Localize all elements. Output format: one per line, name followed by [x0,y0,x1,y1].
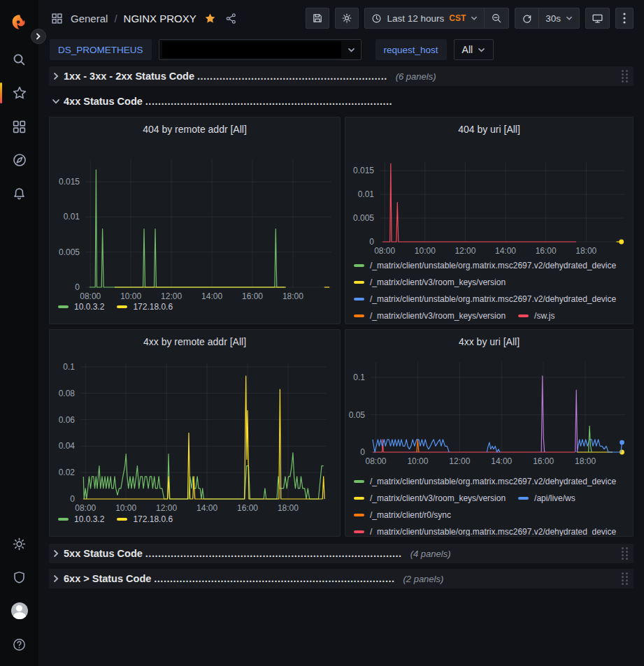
time-range-picker[interactable]: Last 12 hours CST [365,8,484,28]
refresh-interval-dropdown[interactable]: 30s [538,8,579,28]
grafana-logo-icon [10,13,29,31]
svg-text:18:00: 18:00 [282,291,303,301]
dashboard-body: 1xx - 3xx - 2xx Status Code ............… [38,63,644,666]
svg-text:0.01: 0.01 [358,189,375,199]
legend-swatch [117,305,127,308]
tv-mode-button[interactable] [585,8,610,29]
svg-text:0: 0 [369,237,374,247]
variable-ds-label[interactable]: DS_PROMETHEUS [50,39,152,60]
legend-item[interactable]: /api/live/ws [518,493,575,503]
more-options-button[interactable] [615,8,634,29]
row-dots: ........................................… [145,548,402,559]
panel-title[interactable]: 404 by uri [All] [345,117,633,141]
sidebar-item-settings[interactable] [0,532,38,556]
chevron-down-icon [566,15,573,22]
chevron-down-icon [478,46,485,54]
refresh-icon [522,13,532,24]
legend-swatch [58,518,69,521]
timeseries-chart[interactable]: 08:0010:0012:0014:0016:0018:0000.0050.01… [345,143,633,261]
row-4xx[interactable]: 4xx Status Code ........................… [49,92,634,111]
legend-swatch [354,530,364,533]
legend-label: 172.18.0.6 [133,302,173,312]
row-title: 6xx > Status Code [64,573,151,584]
variable-host-label[interactable]: request_host [375,39,447,60]
legend-item[interactable]: /_matrix/client/v3/room_keys/version [354,493,506,503]
sidebar-item-explore[interactable] [0,148,38,172]
row-title: 4xx Status Code [64,96,143,107]
panel-grid: 404 by remote addr [All] 08:0010:0012:00… [49,117,634,537]
legend-item[interactable]: 10.0.3.2 [58,302,104,312]
row-5xx[interactable]: 5xx Status Code ........................… [49,544,634,563]
refresh-interval-value: 30s [545,13,561,24]
row-drag-handle[interactable] [620,546,629,561]
legend-label: 10.0.3.2 [74,514,104,524]
legend-item[interactable]: /_matrix/client/r0/sync [354,510,451,520]
timeseries-chart[interactable]: 08:0010:0012:0014:0016:0018:0000.020.040… [50,355,340,516]
row-drag-handle[interactable] [620,571,629,586]
breadcrumb-folder[interactable]: General [71,13,108,24]
timeseries-chart[interactable]: 08:0010:0012:0014:0016:0018:0000.0050.01… [50,143,340,305]
chevron-down-icon [471,15,478,22]
panel-404-by-uri: 404 by uri [All] 08:0010:0012:0014:0016:… [345,117,634,324]
legend-item[interactable]: /_matrix/client/v3/room_keys/version [354,311,506,321]
row-1xx-3xx-2xx[interactable]: 1xx - 3xx - 2xx Status Code ............… [49,66,634,86]
save-dashboard-button[interactable] [306,8,329,29]
legend-item[interactable]: /_matrix/client/unstable/org.matrix.msc2… [354,261,616,270]
apps-icon [12,120,27,134]
zoom-out-button[interactable] [484,8,508,28]
sidebar-item-starred[interactable] [0,81,38,105]
sidebar-item-alerting[interactable] [0,182,38,205]
svg-text:0.005: 0.005 [353,213,374,223]
dashboard-settings-button[interactable] [335,8,359,29]
breadcrumb-title: NGINX PROXY [124,13,196,24]
svg-text:12:00: 12:00 [161,291,182,301]
legend-swatch [117,518,127,521]
breadcrumb-separator: / [114,13,117,24]
svg-text:14:00: 14:00 [196,503,217,513]
legend-item[interactable]: 172.18.0.6 [117,302,173,312]
sidebar-item-profile[interactable] [0,599,38,623]
row-drag-handle[interactable] [620,68,629,84]
legend-item[interactable]: /_matrix/client/unstable/org.matrix.msc2… [354,527,616,537]
variable-host-select[interactable]: All [454,39,494,60]
legend-item[interactable]: 172.18.0.6 [117,514,173,524]
svg-text:10:00: 10:00 [120,291,141,301]
svg-text:0.08: 0.08 [59,389,76,398]
legend-swatch [354,514,364,516]
panel-4xx-by-remote-addr: 4xx by remote addr [All] 08:0010:0012:00… [49,329,341,537]
svg-text:0: 0 [70,494,75,504]
panel-title[interactable]: 404 by remote addr [All] [50,117,340,141]
legend-label: 172.18.0.6 [133,514,173,524]
main-area: General / NGINX PROXY [38,0,644,666]
variable-ds-select[interactable] [159,39,362,60]
row-6xx[interactable]: 6xx > Status Code ......................… [49,569,634,588]
legend-label: /sw.js [534,311,554,321]
panel-title[interactable]: 4xx by remote addr [All] [50,330,340,354]
refresh-button[interactable] [515,8,538,28]
svg-text:0.1: 0.1 [63,362,75,372]
legend-item[interactable]: /sw.js [518,311,554,321]
legend-label: /api/live/ws [534,493,575,503]
legend-item[interactable]: /_matrix/client/unstable/org.matrix.msc2… [354,294,616,304]
star-filled-icon [204,13,216,24]
legend-item[interactable]: /_matrix/client/unstable/org.matrix.msc2… [354,477,616,486]
legend-item[interactable]: 10.0.3.2 [58,514,104,524]
sidebar-item-search[interactable] [0,48,38,71]
legend-swatch [354,497,364,500]
panel-title[interactable]: 4xx by uri [All] [345,330,633,354]
share-button[interactable] [224,11,238,26]
sidebar-expand-button[interactable] [31,29,46,44]
variables-bar: DS_PROMETHEUS request_host All [38,36,644,63]
variable-ds-value-redacted [162,41,341,58]
svg-text:08:00: 08:00 [80,291,101,301]
sidebar-item-server-admin[interactable] [0,565,38,589]
timeseries-chart[interactable]: 08:0010:0012:0014:0016:0018:0000.050.1 [345,355,633,471]
favorite-star-button[interactable] [203,11,217,26]
svg-text:0.015: 0.015 [353,166,374,175]
legend-item[interactable]: /_matrix/client/v3/room_keys/version [354,277,506,287]
svg-text:18:00: 18:00 [575,246,596,256]
sidebar-item-dashboards[interactable] [0,115,38,138]
sidebar-item-help[interactable] [0,632,38,656]
breadcrumb: General / NGINX PROXY [50,11,238,26]
zoom-out-icon [491,13,502,24]
